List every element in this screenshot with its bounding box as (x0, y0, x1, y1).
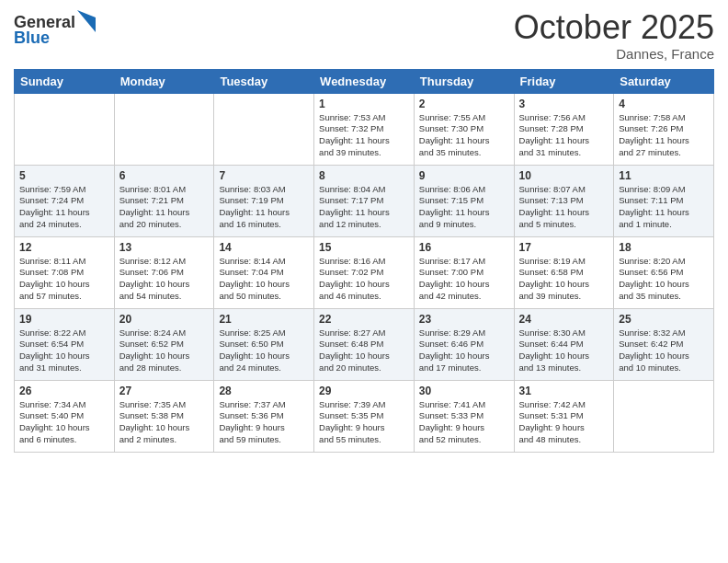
day-info: Sunrise: 7:42 AM Sunset: 5:31 PM Dayligh… (519, 399, 609, 446)
day-number: 27 (119, 385, 210, 397)
calendar-cell: 15Sunrise: 8:16 AM Sunset: 7:02 PM Dayli… (314, 236, 415, 308)
day-info: Sunrise: 8:32 AM Sunset: 6:42 PM Dayligh… (619, 327, 709, 374)
day-number: 28 (219, 385, 309, 397)
day-number: 29 (319, 385, 409, 397)
day-info: Sunrise: 8:30 AM Sunset: 6:44 PM Dayligh… (519, 327, 609, 374)
calendar-week-1: 5Sunrise: 7:59 AM Sunset: 7:24 PM Daylig… (15, 165, 714, 236)
calendar-cell: 7Sunrise: 8:03 AM Sunset: 7:19 PM Daylig… (214, 165, 314, 236)
day-info: Sunrise: 8:12 AM Sunset: 7:06 PM Dayligh… (119, 256, 210, 303)
day-number: 15 (319, 241, 409, 254)
day-info: Sunrise: 7:53 AM Sunset: 7:32 PM Dayligh… (319, 112, 409, 159)
day-number: 22 (319, 313, 409, 326)
calendar-cell: 20Sunrise: 8:24 AM Sunset: 6:52 PM Dayli… (114, 308, 214, 380)
calendar-cell: 5Sunrise: 7:59 AM Sunset: 7:24 PM Daylig… (15, 165, 115, 236)
calendar-cell: 4Sunrise: 7:58 AM Sunset: 7:26 PM Daylig… (614, 93, 714, 165)
day-number: 2 (419, 98, 509, 110)
calendar-cell: 25Sunrise: 8:32 AM Sunset: 6:42 PM Dayli… (614, 308, 714, 380)
day-info: Sunrise: 8:29 AM Sunset: 6:46 PM Dayligh… (419, 327, 509, 374)
calendar-cell: 19Sunrise: 8:22 AM Sunset: 6:54 PM Dayli… (15, 308, 115, 380)
day-number: 7 (219, 169, 309, 182)
calendar-cell: 27Sunrise: 7:35 AM Sunset: 5:38 PM Dayli… (114, 380, 214, 452)
day-info: Sunrise: 8:14 AM Sunset: 7:04 PM Dayligh… (219, 256, 309, 303)
calendar-cell: 9Sunrise: 8:06 AM Sunset: 7:15 PM Daylig… (414, 165, 514, 236)
location: Dannes, France (514, 46, 714, 62)
calendar-cell (214, 93, 314, 165)
day-info: Sunrise: 7:34 AM Sunset: 5:40 PM Dayligh… (19, 399, 109, 446)
calendar-week-0: 1Sunrise: 7:53 AM Sunset: 7:32 PM Daylig… (15, 93, 714, 165)
day-info: Sunrise: 8:11 AM Sunset: 7:08 PM Dayligh… (19, 256, 109, 303)
day-info: Sunrise: 8:09 AM Sunset: 7:11 PM Dayligh… (619, 184, 709, 231)
calendar-cell: 24Sunrise: 8:30 AM Sunset: 6:44 PM Dayli… (514, 308, 614, 380)
calendar-cell: 21Sunrise: 8:25 AM Sunset: 6:50 PM Dayli… (214, 308, 314, 380)
day-number: 5 (19, 169, 109, 182)
header: General Blue October 2025 Dannes, France (14, 9, 714, 62)
calendar-week-4: 26Sunrise: 7:34 AM Sunset: 5:40 PM Dayli… (15, 380, 714, 452)
day-info: Sunrise: 8:25 AM Sunset: 6:50 PM Dayligh… (219, 327, 309, 374)
calendar-cell: 28Sunrise: 7:37 AM Sunset: 5:36 PM Dayli… (214, 380, 314, 452)
calendar-cell (614, 380, 714, 452)
logo-blue-text: Blue (14, 29, 50, 48)
calendar-cell: 26Sunrise: 7:34 AM Sunset: 5:40 PM Dayli… (15, 380, 115, 452)
day-number: 23 (419, 313, 509, 326)
day-info: Sunrise: 8:19 AM Sunset: 6:58 PM Dayligh… (519, 256, 609, 303)
header-thursday: Thursday (414, 69, 514, 93)
month-title: October 2025 (514, 9, 714, 46)
day-number: 16 (419, 241, 509, 254)
day-info: Sunrise: 8:01 AM Sunset: 7:21 PM Dayligh… (119, 184, 210, 231)
calendar-cell: 6Sunrise: 8:01 AM Sunset: 7:21 PM Daylig… (114, 165, 214, 236)
calendar-cell: 10Sunrise: 8:07 AM Sunset: 7:13 PM Dayli… (514, 165, 614, 236)
header-friday: Friday (514, 69, 614, 93)
day-number: 10 (519, 169, 609, 182)
calendar-week-2: 12Sunrise: 8:11 AM Sunset: 7:08 PM Dayli… (15, 236, 714, 308)
day-number: 31 (519, 385, 609, 397)
day-info: Sunrise: 8:16 AM Sunset: 7:02 PM Dayligh… (319, 256, 409, 303)
calendar-header-row: SundayMondayTuesdayWednesdayThursdayFrid… (15, 69, 714, 93)
day-number: 21 (219, 313, 309, 326)
day-number: 30 (419, 385, 509, 397)
day-number: 19 (19, 313, 109, 326)
calendar-cell: 30Sunrise: 7:41 AM Sunset: 5:33 PM Dayli… (414, 380, 514, 452)
calendar-cell: 13Sunrise: 8:12 AM Sunset: 7:06 PM Dayli… (114, 236, 214, 308)
header-saturday: Saturday (614, 69, 714, 93)
day-info: Sunrise: 8:24 AM Sunset: 6:52 PM Dayligh… (119, 327, 210, 374)
day-info: Sunrise: 7:41 AM Sunset: 5:33 PM Dayligh… (419, 399, 509, 446)
calendar-cell: 3Sunrise: 7:56 AM Sunset: 7:28 PM Daylig… (514, 93, 614, 165)
day-number: 14 (219, 241, 309, 254)
calendar-table: SundayMondayTuesdayWednesdayThursdayFrid… (14, 69, 714, 453)
day-info: Sunrise: 7:55 AM Sunset: 7:30 PM Dayligh… (419, 112, 509, 159)
calendar-week-3: 19Sunrise: 8:22 AM Sunset: 6:54 PM Dayli… (15, 308, 714, 380)
day-info: Sunrise: 7:58 AM Sunset: 7:26 PM Dayligh… (619, 112, 709, 159)
header-sunday: Sunday (15, 69, 115, 93)
header-tuesday: Tuesday (214, 69, 314, 93)
calendar-cell: 2Sunrise: 7:55 AM Sunset: 7:30 PM Daylig… (414, 93, 514, 165)
page: General Blue October 2025 Dannes, France… (0, 0, 728, 563)
svg-marker-0 (77, 10, 96, 32)
calendar-cell: 1Sunrise: 7:53 AM Sunset: 7:32 PM Daylig… (314, 93, 415, 165)
calendar-cell: 14Sunrise: 8:14 AM Sunset: 7:04 PM Dayli… (214, 236, 314, 308)
day-info: Sunrise: 7:59 AM Sunset: 7:24 PM Dayligh… (19, 184, 109, 231)
calendar-cell: 17Sunrise: 8:19 AM Sunset: 6:58 PM Dayli… (514, 236, 614, 308)
day-number: 11 (619, 169, 709, 182)
day-number: 1 (319, 98, 409, 110)
calendar-cell: 18Sunrise: 8:20 AM Sunset: 6:56 PM Dayli… (614, 236, 714, 308)
calendar-cell: 29Sunrise: 7:39 AM Sunset: 5:35 PM Dayli… (314, 380, 415, 452)
day-number: 3 (519, 98, 609, 110)
calendar-cell: 11Sunrise: 8:09 AM Sunset: 7:11 PM Dayli… (614, 165, 714, 236)
calendar-cell: 8Sunrise: 8:04 AM Sunset: 7:17 PM Daylig… (314, 165, 415, 236)
day-number: 25 (619, 313, 709, 326)
calendar-cell (114, 93, 214, 165)
day-info: Sunrise: 8:04 AM Sunset: 7:17 PM Dayligh… (319, 184, 409, 231)
day-info: Sunrise: 8:03 AM Sunset: 7:19 PM Dayligh… (219, 184, 309, 231)
day-info: Sunrise: 8:07 AM Sunset: 7:13 PM Dayligh… (519, 184, 609, 231)
header-monday: Monday (114, 69, 214, 93)
calendar-cell: 23Sunrise: 8:29 AM Sunset: 6:46 PM Dayli… (414, 308, 514, 380)
day-info: Sunrise: 7:35 AM Sunset: 5:38 PM Dayligh… (119, 399, 210, 446)
day-info: Sunrise: 7:37 AM Sunset: 5:36 PM Dayligh… (219, 399, 309, 446)
day-number: 9 (419, 169, 509, 182)
day-number: 18 (619, 241, 709, 254)
day-number: 20 (119, 313, 210, 326)
calendar-cell: 22Sunrise: 8:27 AM Sunset: 6:48 PM Dayli… (314, 308, 415, 380)
calendar-cell: 12Sunrise: 8:11 AM Sunset: 7:08 PM Dayli… (15, 236, 115, 308)
day-number: 12 (19, 241, 109, 254)
day-number: 24 (519, 313, 609, 326)
